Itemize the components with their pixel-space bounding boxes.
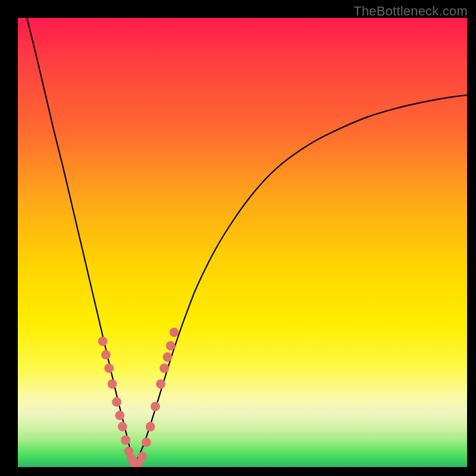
marker-dot xyxy=(104,364,114,373)
marker-dots xyxy=(98,328,179,467)
marker-dot xyxy=(159,364,169,373)
marker-dot xyxy=(162,352,172,362)
chart-frame: TheBottleneck.com xyxy=(0,0,476,476)
marker-dot xyxy=(108,379,117,389)
marker-dot xyxy=(98,337,108,346)
watermark-text: TheBottleneck.com xyxy=(353,4,468,19)
marker-dot xyxy=(101,350,111,359)
marker-dot xyxy=(118,422,127,431)
marker-dot xyxy=(170,328,179,337)
marker-dot xyxy=(166,341,176,350)
marker-dot xyxy=(121,436,130,445)
plot-area xyxy=(18,18,467,467)
marker-dot xyxy=(156,379,165,389)
marker-dot xyxy=(137,452,147,461)
right-ascending-curve xyxy=(134,95,467,465)
marker-dot xyxy=(112,397,121,407)
marker-dot xyxy=(146,422,155,431)
marker-dot xyxy=(151,402,160,411)
marker-dot xyxy=(142,438,151,447)
curve-layer xyxy=(18,18,467,467)
right-curve xyxy=(134,95,467,465)
marker-dot xyxy=(115,411,124,420)
